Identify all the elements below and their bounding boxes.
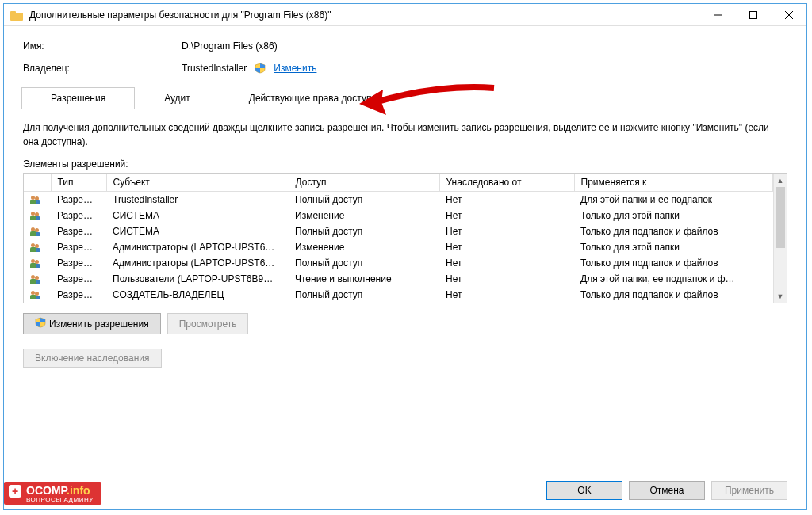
enable-inheritance-button: Включение наследования (23, 349, 162, 368)
cell-applies: Только для этой папки (574, 239, 773, 255)
tab-permissions[interactable]: Разрешения (21, 87, 135, 109)
owner-row: Владелец: TrustedInstaller Изменить (23, 63, 787, 76)
window-title: Дополнительные параметры безопасности дл… (29, 10, 331, 21)
scroll-down-icon[interactable]: ▼ (774, 289, 787, 303)
cell-type: Разре… (51, 239, 106, 255)
owner-value: TrustedInstaller (182, 63, 247, 76)
cell-type: Разре… (51, 287, 106, 303)
change-permissions-button[interactable]: Изменить разрешения (23, 313, 161, 334)
cell-inherited: Нет (439, 208, 574, 223)
change-permissions-label: Изменить разрешения (49, 319, 149, 330)
table-row[interactable]: Разре…СИСТЕМАИзменениеНетТолько для этой… (24, 208, 773, 223)
cell-access: Полный доступ (289, 287, 439, 303)
people-icon (30, 291, 43, 300)
cell-subject: СИСТЕМА (106, 223, 289, 239)
cell-type: Разре… (51, 223, 106, 239)
name-label: Имя: (23, 40, 182, 52)
cell-access: Изменение (289, 208, 439, 223)
people-icon (30, 259, 43, 269)
minimize-button[interactable] (699, 4, 735, 26)
folder-icon (10, 10, 23, 21)
permissions-grid: Тип Субъект Доступ Унаследовано от Приме… (23, 173, 787, 303)
cell-applies: Только для подпапок и файлов (574, 287, 773, 303)
cell-applies: Для этой папки, ее подпапок и ф… (574, 271, 773, 287)
permission-buttons: Изменить разрешения Просмотреть (23, 313, 787, 334)
maximize-button[interactable] (735, 4, 771, 26)
tabs: Разрешения Аудит Действующие права досту… (21, 87, 789, 109)
people-icon (30, 212, 43, 221)
cell-subject: TrustedInstaller (106, 192, 289, 208)
shield-icon (255, 63, 266, 76)
cell-access: Полный доступ (289, 192, 439, 208)
cell-inherited: Нет (439, 239, 574, 255)
cell-applies: Только для этой папки (574, 208, 773, 223)
close-button[interactable] (771, 4, 806, 26)
watermark-sub: ВОПРОСЫ АДМИНУ (26, 497, 94, 503)
cell-inherited: Нет (439, 255, 574, 271)
shield-icon (35, 317, 46, 330)
people-icon (30, 275, 43, 284)
view-button: Просмотреть (167, 313, 249, 334)
table-row[interactable]: Разре…Администраторы (LAPTOP-UPST6…Измен… (24, 239, 773, 255)
cell-inherited: Нет (439, 223, 574, 239)
cell-applies: Только для подпапок и файлов (574, 255, 773, 271)
cell-inherited: Нет (439, 287, 574, 303)
cell-subject: Администраторы (LAPTOP-UPST6… (106, 239, 289, 255)
people-icon (30, 196, 43, 205)
people-icon (30, 243, 43, 253)
cell-inherited: Нет (439, 192, 574, 208)
table-row[interactable]: Разре…СОЗДАТЕЛЬ-ВЛАДЕЛЕЦПолный доступНет… (24, 287, 773, 303)
cell-type: Разре… (51, 255, 106, 271)
security-settings-window: Дополнительные параметры безопасности дл… (3, 3, 807, 510)
watermark-main: OCOMP (26, 484, 67, 497)
tab-audit[interactable]: Аудит (135, 87, 220, 109)
cell-access: Чтение и выполнение (289, 271, 439, 287)
scrollbar[interactable]: ▲ ▼ (773, 174, 787, 303)
people-icon (30, 227, 43, 237)
col-subject[interactable]: Субъект (106, 174, 289, 192)
content-area: Имя: D:\Program Files (x86) Владелец: Tr… (4, 26, 806, 377)
cell-subject: СОЗДАТЕЛЬ-ВЛАДЕЛЕЦ (106, 287, 289, 303)
name-row: Имя: D:\Program Files (x86) (23, 40, 787, 52)
table-row[interactable]: Разре…Администраторы (LAPTOP-UPST6…Полны… (24, 255, 773, 271)
cell-subject: Администраторы (LAPTOP-UPST6… (106, 255, 289, 271)
entries-label: Элементы разрешений: (23, 158, 787, 170)
permissions-panel: Для получения дополнительных сведений дв… (23, 109, 787, 368)
cell-access: Полный доступ (289, 223, 439, 239)
table-row[interactable]: Разре…TrustedInstallerПолный доступНетДл… (24, 192, 773, 208)
dialog-footer: OK Отмена Применить (546, 481, 787, 500)
permissions-table[interactable]: Тип Субъект Доступ Унаследовано от Приме… (24, 174, 773, 303)
col-applies[interactable]: Применяется к (574, 174, 773, 192)
cell-access: Полный доступ (289, 255, 439, 271)
change-owner-link[interactable]: Изменить (274, 63, 316, 76)
scroll-thumb[interactable] (776, 187, 785, 248)
watermark-badge: OCOMP.info ВОПРОСЫ АДМИНУ (4, 482, 102, 505)
cancel-button[interactable]: Отмена (629, 481, 705, 500)
scroll-track[interactable] (774, 187, 787, 289)
col-inherited[interactable]: Унаследовано от (439, 174, 574, 192)
instruction-text: Для получения дополнительных сведений дв… (23, 120, 787, 149)
titlebar: Дополнительные параметры безопасности дл… (4, 4, 806, 26)
cell-inherited: Нет (439, 271, 574, 287)
inheritance-buttons: Включение наследования (23, 349, 787, 368)
tabs-container: Разрешения Аудит Действующие права досту… (23, 87, 787, 368)
cell-applies: Для этой папки и ее подпапок (574, 192, 773, 208)
cell-subject: Пользователи (LAPTOP-UPST6B9… (106, 271, 289, 287)
col-access[interactable]: Доступ (289, 174, 439, 192)
cell-access: Изменение (289, 239, 439, 255)
apply-button: Применить (711, 481, 787, 500)
table-row[interactable]: Разре…Пользователи (LAPTOP-UPST6B9…Чтени… (24, 271, 773, 287)
owner-label: Владелец: (23, 63, 182, 76)
svg-rect-1 (749, 11, 756, 18)
col-icon[interactable] (24, 174, 51, 192)
cell-applies: Только для подпапок и файлов (574, 223, 773, 239)
cell-type: Разре… (51, 208, 106, 223)
cell-type: Разре… (51, 271, 106, 287)
watermark-suffix: .info (67, 484, 90, 497)
scroll-up-icon[interactable]: ▲ (774, 174, 787, 187)
table-row[interactable]: Разре…СИСТЕМАПолный доступНетТолько для … (24, 223, 773, 239)
ok-button[interactable]: OK (546, 481, 622, 500)
tab-effective-access[interactable]: Действующие права доступа (220, 87, 406, 109)
cell-type: Разре… (51, 192, 106, 208)
col-type[interactable]: Тип (51, 174, 106, 192)
